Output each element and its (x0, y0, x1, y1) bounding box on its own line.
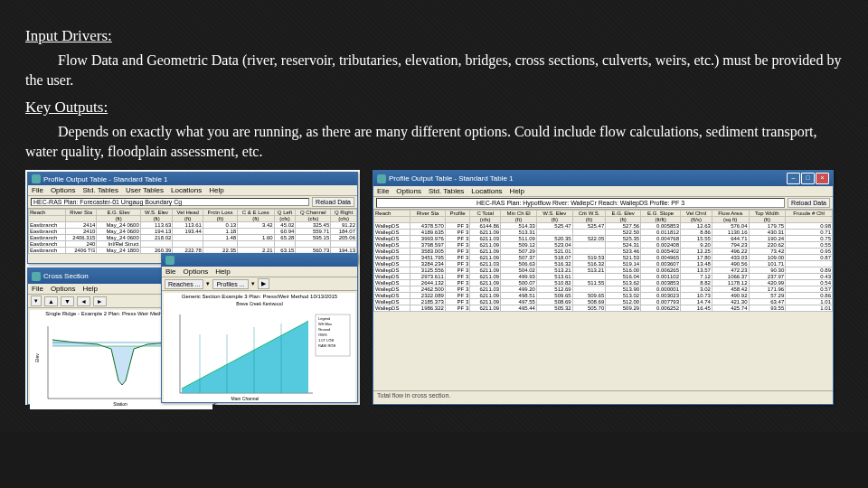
maximize-icon[interactable]: □ (801, 173, 815, 184)
svg-text:Main Channel: Main Channel (231, 396, 259, 401)
large-output-table: ReachRiver StaProfileC TotalMin Ch ElW.S… (373, 210, 833, 312)
reload-button[interactable]: Reload Data (312, 197, 354, 207)
menubar[interactable]: FileOptionsStd. TablesUser TablesLocatio… (28, 185, 357, 196)
svg-text:Station: Station (113, 401, 127, 407)
svg-text:Ground: Ground (318, 327, 330, 332)
svg-text:Legend: Legend (318, 316, 330, 321)
svg-text:OWS: OWS (318, 333, 327, 337)
svg-text:WS Max: WS Max (318, 322, 332, 326)
svg-text:1.5T LOB: 1.5T LOB (318, 338, 334, 343)
minimize-icon[interactable]: – (787, 173, 800, 184)
title: Profile Output Table - Standard Table 1 (389, 174, 514, 183)
paragraph-output: Depends on exactly what you are running,… (25, 122, 843, 161)
menubar[interactable]: EileOptionsStd. TablesLocationsHelp (373, 186, 833, 197)
window-profile-table-small: Profile Output Table - Standard Table 1 … (27, 172, 358, 264)
paragraph-input: Flow Data and Geometric Data (river, res… (25, 51, 843, 89)
title: Profile Output Table - Standard Table 1 (43, 175, 168, 183)
app-icon (165, 256, 175, 265)
window-generic-section: BleOptionsHelp Reaches ...▾Profiles ...▾… (161, 253, 358, 403)
app-icon (32, 272, 41, 281)
play-icon: ▶ (258, 278, 269, 289)
small-output-table: ReachRiver StaE.G. ElevW.S. ElevVel Head… (28, 209, 357, 254)
heading-input-drivers: Input Drivers: (25, 27, 843, 45)
plan-label: HEC-RAS Plan: Forecaster-01 Ungaug Bound… (31, 198, 309, 206)
app-icon (32, 174, 41, 183)
svg-text:Elev: Elev (34, 353, 40, 362)
figure-right: Profile Output Table - Standard Table 1–… (373, 170, 834, 405)
profile-chart: LegendWS MaxGroundOWS1.5T LOBRASI ROB Ma… (164, 307, 354, 402)
title: Cross Section (43, 272, 89, 280)
window-profile-table-large: Profile Output Table - Standard Table 1–… (373, 170, 834, 405)
close-icon[interactable]: × (816, 173, 829, 184)
app-icon (377, 174, 386, 183)
status-bar: Total flow in cross section. (373, 390, 833, 399)
figure-left: Profile Output Table - Standard Table 1 … (25, 170, 360, 405)
toolbar[interactable]: Reaches ...▾Profiles ...▾▶ (162, 277, 357, 291)
menubar[interactable]: BleOptionsHelp (162, 267, 357, 277)
heading-key-outputs: Key Outputs: (25, 99, 843, 117)
plan-label: HEC-RAS Plan: Hypotflow River: WallepCr … (376, 198, 785, 208)
chart-title: Generic Section Example 3 Plan: Press/We… (164, 293, 355, 300)
reload-button[interactable]: Reload Data (788, 198, 830, 208)
svg-text:RASI ROB: RASI ROB (318, 343, 335, 348)
